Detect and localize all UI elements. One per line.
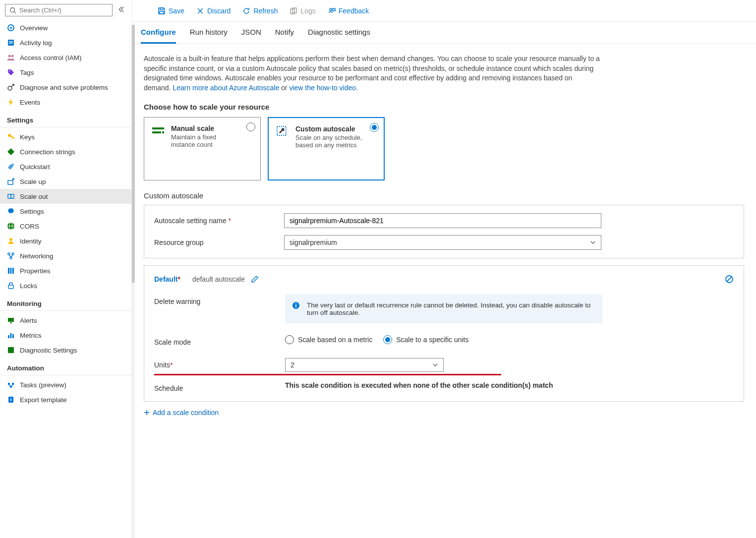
nav-label: Connection strings xyxy=(20,148,75,156)
nav-label: Settings xyxy=(20,208,44,215)
highlight-underline xyxy=(154,374,501,375)
nav-label: Scale out xyxy=(20,193,48,200)
nav-label: Access control (IAM) xyxy=(20,54,82,61)
svg-rect-26 xyxy=(12,268,14,274)
nav-export-template[interactable]: Export template xyxy=(0,392,131,407)
svg-rect-28 xyxy=(8,318,14,322)
scale-mode-label: Scale mode xyxy=(154,335,285,346)
nav-tags[interactable]: Tags xyxy=(0,65,131,80)
nav-label: Keys xyxy=(20,133,35,141)
section-automation-header: Automation xyxy=(0,358,131,375)
svg-rect-45 xyxy=(152,127,164,129)
units-label: Units* xyxy=(154,358,285,369)
nav-connection-strings[interactable]: Connection strings xyxy=(0,144,131,159)
chevron-down-icon xyxy=(432,362,438,368)
svg-rect-13 xyxy=(8,180,13,184)
nav-properties[interactable]: Properties xyxy=(0,263,131,278)
custom-radio[interactable] xyxy=(370,123,379,132)
nav-settings[interactable]: Settings xyxy=(0,204,131,219)
save-icon xyxy=(158,7,166,15)
tab-notify[interactable]: Notify xyxy=(275,22,294,44)
toolbar: Save Discard Refresh Logs Feedback xyxy=(132,0,756,22)
collapse-sidebar-button[interactable] xyxy=(116,4,126,16)
intro-or: or xyxy=(281,84,289,92)
nav-identity[interactable]: Identity xyxy=(0,234,131,248)
edit-icon[interactable] xyxy=(251,275,259,283)
units-select[interactable]: 2 xyxy=(285,358,444,372)
scale-specific-units-option[interactable]: Scale to a specific units xyxy=(383,335,468,344)
svg-rect-34 xyxy=(8,383,10,385)
nav-scale-up[interactable]: Scale up xyxy=(0,174,131,189)
discard-label: Discard xyxy=(207,7,231,15)
nav-keys[interactable]: Keys xyxy=(0,129,131,144)
search-input-wrap[interactable] xyxy=(5,4,113,16)
svg-rect-6 xyxy=(9,43,13,44)
nav-label: Alerts xyxy=(20,317,37,324)
custom-autoscale-card[interactable]: Custom autoscale Scale on any schedule, … xyxy=(268,117,385,180)
nav-diagnostic-settings[interactable]: Diagnostic Settings xyxy=(0,343,131,358)
nav-scale-out[interactable]: Scale out xyxy=(0,189,131,204)
disable-icon[interactable] xyxy=(725,275,734,284)
svg-point-23 xyxy=(10,257,12,259)
tab-configure[interactable]: Configure xyxy=(141,22,176,44)
scrollbar[interactable] xyxy=(132,25,135,538)
svg-line-50 xyxy=(727,277,732,282)
nav-label: Scale up xyxy=(20,178,46,185)
svg-point-8 xyxy=(11,55,14,58)
nav-networking[interactable]: Networking xyxy=(0,248,131,263)
tabs: Configure Run history JSON Notify Diagno… xyxy=(132,22,756,44)
svg-point-22 xyxy=(12,253,14,255)
autoscale-name-input[interactable] xyxy=(284,213,601,228)
svg-rect-31 xyxy=(10,333,12,338)
discard-button[interactable]: Discard xyxy=(191,4,235,18)
feedback-button[interactable]: Feedback xyxy=(323,4,374,18)
nav-events[interactable]: Events xyxy=(0,95,131,110)
svg-rect-24 xyxy=(8,268,9,274)
nav-label: Diagnose and solve problems xyxy=(20,84,108,91)
intro-link-video[interactable]: view the how-to video xyxy=(289,84,356,92)
info-icon xyxy=(292,301,300,309)
rg-value: signalrpremium xyxy=(290,239,337,246)
delete-warning-message: The very last or default recurrence rule… xyxy=(285,295,602,323)
tab-run-history[interactable]: Run history xyxy=(190,22,228,44)
svg-point-20 xyxy=(9,238,12,241)
scale-metric-option[interactable]: Scale based on a metric xyxy=(285,335,372,344)
discard-icon xyxy=(196,7,204,15)
manual-scale-card[interactable]: Manual scale Maintain a fixed instance c… xyxy=(144,117,261,180)
svg-rect-14 xyxy=(8,194,11,198)
resource-group-select[interactable]: signalrpremium xyxy=(284,235,601,250)
resource-group-label: Resource group xyxy=(154,239,278,246)
tab-json[interactable]: JSON xyxy=(241,22,261,44)
nav-tasks[interactable]: Tasks (preview) xyxy=(0,377,131,392)
nav-label: Tags xyxy=(20,69,34,76)
intro-link-learn-more[interactable]: Learn more about Azure Autoscale xyxy=(173,84,279,92)
nav-alerts[interactable]: Alerts xyxy=(0,313,131,328)
delete-warning-label: Delete warning xyxy=(154,295,285,305)
nav-access-control[interactable]: Access control (IAM) xyxy=(0,50,131,65)
manual-radio[interactable] xyxy=(246,122,255,131)
units-value: 2 xyxy=(291,361,294,369)
refresh-button[interactable]: Refresh xyxy=(237,4,283,18)
nav-diagnose[interactable]: Diagnose and solve problems xyxy=(0,80,131,95)
autoscale-name-label: Autoscale setting name * xyxy=(154,217,278,225)
svg-rect-32 xyxy=(12,334,14,338)
svg-rect-25 xyxy=(10,268,12,274)
custom-title: Custom autoscale xyxy=(295,125,364,133)
save-button[interactable]: Save xyxy=(153,4,189,18)
svg-point-44 xyxy=(330,8,332,10)
nav-locks[interactable]: Locks xyxy=(0,278,131,293)
logs-icon xyxy=(290,7,297,15)
svg-rect-27 xyxy=(8,285,13,289)
sidebar: Overview Activity log Access control (IA… xyxy=(0,0,132,538)
add-scale-condition-link[interactable]: Add a scale condition xyxy=(144,409,744,417)
nav-metrics[interactable]: Metrics xyxy=(0,328,131,343)
manual-title: Manual scale xyxy=(171,124,240,132)
nav-cors[interactable]: CORS xyxy=(0,219,131,234)
nav-quickstart[interactable]: Quickstart xyxy=(0,159,131,174)
svg-point-10 xyxy=(8,86,12,90)
nav-overview[interactable]: Overview xyxy=(0,20,131,35)
tab-diagnostic-settings[interactable]: Diagnostic settings xyxy=(308,22,370,44)
nav-label: Export template xyxy=(20,396,67,404)
nav-activity-log[interactable]: Activity log xyxy=(0,35,131,50)
search-input[interactable] xyxy=(19,6,108,14)
